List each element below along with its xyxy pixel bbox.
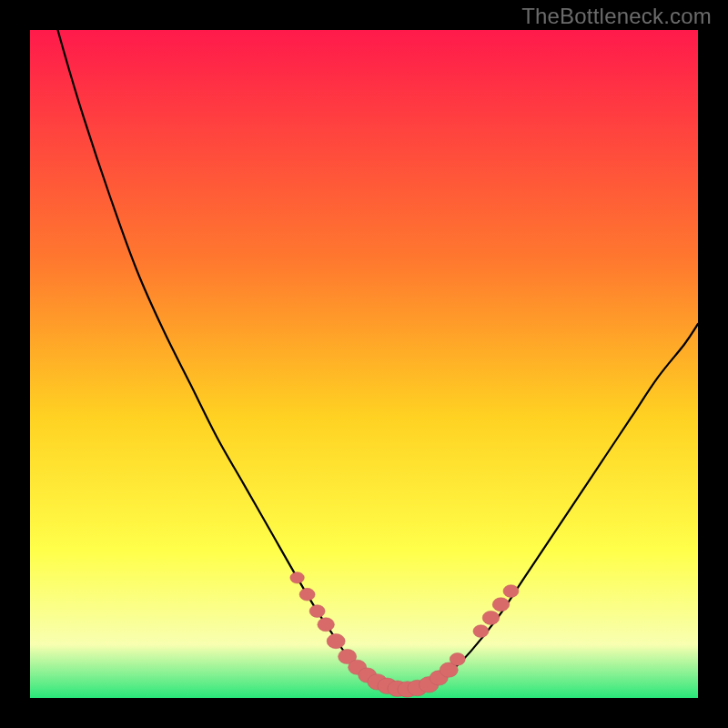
curve-marker (318, 618, 335, 632)
curve-marker (290, 572, 304, 583)
curve-marker (327, 634, 345, 649)
curve-marker (503, 585, 519, 598)
curve-marker (450, 653, 465, 666)
chart-svg (30, 30, 698, 698)
chart-frame: TheBottleneck.com (0, 0, 728, 728)
curve-marker (492, 598, 510, 612)
curve-marker (309, 605, 325, 618)
curve-marker (299, 588, 315, 601)
plot-area (30, 30, 698, 698)
curve-marker (473, 625, 489, 638)
curve-marker (482, 611, 500, 624)
watermark-text: TheBottleneck.com (521, 4, 712, 29)
gradient-background (30, 30, 698, 698)
